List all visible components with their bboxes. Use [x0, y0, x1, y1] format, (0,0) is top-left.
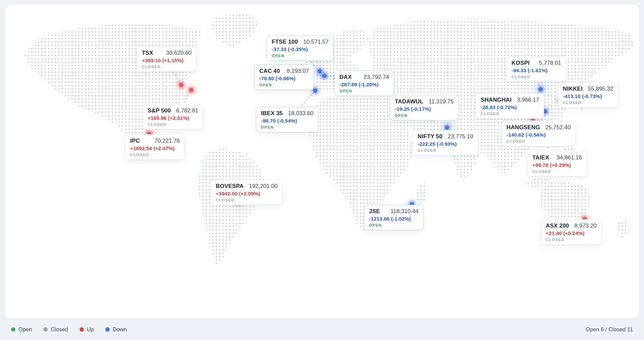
- market-value: 33,620.60: [166, 50, 192, 56]
- market-change: -222.25 (-0.93%): [418, 141, 473, 147]
- market-change: -94.33 (-1.61%): [512, 67, 561, 74]
- market-card-taiex[interactable]: TAIEX 34,861.16 +99.78 (+0.29%) CLOSED: [527, 151, 587, 177]
- market-change: -19.25 (-0.17%): [395, 106, 454, 112]
- market-value: 23,775.10: [448, 133, 473, 140]
- legend-dot-icon: [11, 327, 15, 332]
- market-card-header: DAX 23,792.74: [339, 74, 389, 81]
- market-card-tsx[interactable]: TSX 33,620.60 +383.10 (+1.15%) CLOSED: [137, 46, 197, 72]
- market-card-header: KOSPI 5,778.01: [512, 60, 561, 66]
- market-status: OPEN: [369, 223, 419, 227]
- market-status: CLOSED: [481, 112, 539, 116]
- market-status: CLOSED: [130, 153, 180, 157]
- market-value: 10,571.57: [303, 39, 329, 45]
- market-card-header: TAIEX 34,861.16: [532, 154, 582, 161]
- market-value: 8,193.07: [287, 68, 309, 75]
- market-change: -413.10 (-0.73%): [563, 93, 613, 99]
- market-value: 23,792.74: [364, 74, 389, 81]
- market-value: 5,778.01: [539, 60, 561, 66]
- market-card-s-p-500[interactable]: S&P 500 6,782.81 +165.96 (+2.51%) CLOSED: [143, 104, 203, 130]
- market-dot-ftse-100[interactable]: [318, 69, 322, 74]
- market-card-header: JSE 118,310.44: [369, 208, 419, 215]
- market-card-kospi[interactable]: KOSPI 5,778.01 -94.33 (-1.61%) CLOSED: [506, 56, 566, 82]
- market-card-bovespa[interactable]: BOVESPA 192,201.00 +3942.00 (+2.09%) CLO…: [211, 180, 282, 205]
- market-name: TSX: [142, 50, 153, 56]
- market-name: BOVESPA: [216, 183, 244, 190]
- market-status: CLOSED: [418, 148, 473, 152]
- market-card-header: NIKKEI 55,895.32: [563, 86, 613, 92]
- market-card-header: TADAWUL 11,319.75: [395, 98, 454, 105]
- market-card-jse[interactable]: JSE 118,310.44 -1213.66 (-1.02%) OPEN: [364, 205, 424, 230]
- market-status: CLOSED: [216, 198, 277, 202]
- market-name: NIKKEI: [563, 86, 583, 92]
- market-status: OPEN: [339, 89, 389, 93]
- market-dot-cac-40[interactable]: [322, 74, 327, 78]
- legend: Open Closed Up Down: [11, 326, 127, 333]
- market-value: 34,861.16: [556, 154, 582, 161]
- legend-item-open: Open: [11, 326, 32, 333]
- market-card-header: NIFTY 50 23,775.10: [418, 133, 473, 140]
- market-name: S&P 500: [148, 107, 171, 114]
- market-value: 55,895.32: [588, 86, 613, 92]
- market-name: NIFTY 50: [418, 133, 442, 140]
- legend-item-closed: Closed: [43, 326, 68, 333]
- market-change: +99.78 (+0.29%): [532, 162, 582, 168]
- market-card-nifty-50[interactable]: NIFTY 50 23,775.10 -222.25 (-0.93%) CLOS…: [413, 130, 478, 155]
- market-name: KOSPI: [512, 60, 530, 66]
- market-status: OPEN: [395, 113, 454, 117]
- market-change: +21.40 (+0.24%): [546, 230, 597, 236]
- market-card-header: IBEX 35 18,033.60: [261, 110, 313, 117]
- market-dot-nifty-50[interactable]: [445, 126, 449, 130]
- market-status: CLOSED: [532, 169, 582, 174]
- market-dot-kospi[interactable]: [539, 87, 543, 92]
- market-status: CLOSED: [506, 139, 571, 143]
- market-status: CLOSED: [512, 75, 561, 79]
- status-bar: Open Closed Up Down Open 6 / Closed 11: [0, 319, 644, 340]
- market-value: 8,973.20: [574, 223, 596, 229]
- market-card-nikkei[interactable]: NIKKEI 55,895.32 -413.10 (-0.73%) CLOSED: [558, 82, 618, 108]
- market-map-page: TSX 33,620.60 +383.10 (+1.15%) CLOSED S&…: [0, 0, 644, 340]
- market-card-header: CAC 40 8,193.07: [259, 68, 309, 75]
- market-status: OPEN: [272, 54, 329, 58]
- market-name: TAIEX: [532, 154, 549, 161]
- legend-label: Down: [113, 326, 127, 333]
- market-status: CLOSED: [563, 101, 613, 105]
- market-change: -28.83 (-0.72%): [481, 104, 539, 110]
- market-card-header: IPC 70,221.76: [130, 138, 180, 144]
- market-name: ASX 200: [546, 223, 569, 229]
- market-name: FTSE 100: [272, 39, 298, 45]
- market-change: +3942.00 (+2.09%): [216, 191, 277, 197]
- market-card-header: TSX 33,620.60: [142, 50, 192, 56]
- open-closed-summary: Open 6 / Closed 11: [586, 326, 633, 333]
- market-card-cac-40[interactable]: CAC 40 8,193.07 -70.80 (-0.86%) OPEN: [254, 64, 314, 90]
- market-card-hangseng[interactable]: HANGSENG 25,752.40 -140.62 (-0.54%) CLOS…: [501, 121, 576, 146]
- market-name: JSE: [369, 208, 380, 215]
- market-name: TADAWUL: [395, 98, 423, 105]
- market-card-header: SHANGHAI 3,966.17: [481, 97, 539, 103]
- market-change: -70.80 (-0.86%): [259, 76, 309, 82]
- market-card-ibex-35[interactable]: IBEX 35 18,033.60 -98.70 (-0.54%) OPEN: [256, 107, 318, 132]
- market-card-shanghai[interactable]: SHANGHAI 3,966.17 -28.83 (-0.72%) CLOSED: [476, 93, 544, 119]
- market-change: -98.70 (-0.54%): [261, 118, 313, 124]
- market-value: 6,782.81: [176, 107, 198, 114]
- market-card-ftse-100[interactable]: FTSE 100 10,571.57 -37.33 (-0.35%) OPEN: [267, 35, 334, 61]
- legend-dot-icon: [79, 327, 84, 332]
- market-card-asx-200[interactable]: ASX 200 8,973.20 +21.40 (+0.24%) CLOSED: [541, 219, 602, 245]
- market-card-header: BOVESPA 192,201.00: [216, 183, 277, 190]
- market-name: IPC: [130, 138, 140, 144]
- market-value: 11,319.75: [429, 98, 453, 105]
- legend-dot-icon: [43, 327, 48, 332]
- market-card-tadawul[interactable]: TADAWUL 11,319.75 -19.25 (-0.17%) OPEN: [390, 95, 459, 120]
- market-card-header: S&P 500 6,782.81: [148, 107, 198, 114]
- market-status: CLOSED: [546, 238, 597, 242]
- market-card-dax[interactable]: DAX 23,792.74 -287.89 (-1.20%) OPEN: [334, 70, 394, 96]
- market-card-ipc[interactable]: IPC 70,221.76 +1692.54 (+2.47%) CLOSED: [125, 134, 185, 160]
- market-dot-tsx[interactable]: [179, 83, 183, 87]
- market-value: 25,752.40: [545, 124, 571, 131]
- market-value: 70,221.76: [154, 138, 180, 144]
- legend-item-down: Down: [105, 326, 127, 333]
- market-value: 3,966.17: [517, 97, 539, 103]
- market-dot-s-p-500[interactable]: [189, 88, 194, 92]
- market-dot-ibex-35[interactable]: [313, 89, 318, 93]
- market-change: -287.89 (-1.20%): [339, 82, 389, 88]
- market-value: 18,033.60: [288, 110, 314, 117]
